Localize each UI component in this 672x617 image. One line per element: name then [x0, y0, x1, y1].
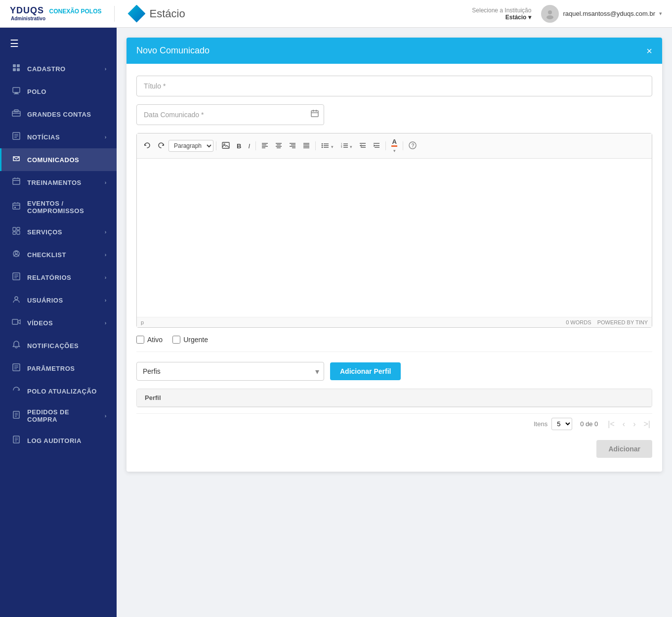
sidebar-item-grandes-contas[interactable]: GRANDES CONTAS [0, 103, 117, 126]
calendar-icon [310, 109, 319, 120]
sidebar-item-polo[interactable]: POLO [0, 80, 117, 103]
sidebar-item-notificacoes[interactable]: NOTIFICAÇÕES [0, 334, 117, 357]
chevron-down-icon: ▾ [528, 14, 531, 21]
sidebar-label-videos: VÍDEOS [27, 319, 99, 327]
svg-rect-7 [15, 92, 18, 93]
profiles-select[interactable]: Perfis [136, 362, 324, 381]
eventos-icon [11, 202, 21, 213]
svg-rect-25 [13, 227, 16, 231]
pedidos-compra-icon [11, 410, 21, 421]
checkbox-row: Ativo Urgente [136, 336, 652, 352]
date-input[interactable] [136, 104, 324, 125]
hamburger-button[interactable]: ☰ [0, 33, 117, 57]
justify-button[interactable] [300, 140, 313, 151]
arrow-icon: › [105, 274, 107, 280]
sidebar-item-noticias[interactable]: NOTÍCIAS › [0, 126, 117, 148]
unordered-list-button[interactable]: ▾ [318, 140, 336, 151]
sidebar-item-polo-atualizacao[interactable]: POLO ATUALIZAÇÃO [0, 380, 117, 402]
sidebar-item-log-auditoria[interactable]: LOG AUDITORIA [0, 429, 117, 452]
cadastro-icon [11, 63, 21, 74]
title-input[interactable] [136, 76, 652, 96]
outdent-button[interactable] [356, 140, 369, 151]
profiles-row: Perfis ▾ Adicionar Perfil [136, 362, 652, 381]
sidebar-label-parametros: PARÂMETROS [27, 365, 107, 372]
sidebar-item-videos[interactable]: VÍDEOS › [0, 311, 117, 334]
svg-rect-2 [13, 64, 16, 67]
toolbar-divider [385, 141, 386, 150]
sidebar-item-treinamentos[interactable]: TREINAMENTOS › [0, 171, 117, 194]
institution-selector[interactable]: Selecione a Instituição Estácio ▾ [472, 7, 531, 21]
pagination-first-button[interactable]: |< [606, 419, 617, 430]
topbar-left: YDUQS CONEXÃO POLOS Administrativo Estác… [10, 5, 185, 23]
insert-image-button[interactable] [219, 140, 233, 152]
align-center-button[interactable] [272, 140, 285, 151]
close-button[interactable]: × [646, 46, 652, 56]
ativo-checkbox-label[interactable]: Ativo [136, 336, 163, 344]
format-select[interactable]: Paragraph [168, 140, 213, 152]
sidebar-item-relatorios[interactable]: RELATÓRIOS › [0, 266, 117, 289]
bold-button[interactable]: B [234, 141, 244, 151]
sidebar-item-eventos[interactable]: EVENTOS / COMPROMISSOS [0, 194, 117, 220]
sidebar-item-comunicados[interactable]: COMUNICADOS [0, 148, 117, 171]
sidebar-label-polo: POLO [27, 88, 107, 95]
sidebar-label-checklist: CHECKLIST [27, 251, 99, 259]
sidebar-item-usuarios[interactable]: USUÁRIOS › [0, 289, 117, 311]
align-right-button[interactable] [286, 140, 299, 151]
sidebar-label-usuarios: USUÁRIOS [27, 297, 99, 304]
treinamentos-icon [11, 177, 21, 188]
polo-icon [11, 86, 21, 97]
logo-text: YDUQS CONEXÃO POLOS Administrativo [10, 6, 101, 21]
sidebar-item-checklist[interactable]: CHECKLIST › [0, 243, 117, 266]
align-left-button[interactable] [258, 140, 271, 151]
svg-rect-36 [12, 319, 18, 324]
noticias-icon [11, 132, 21, 142]
relatorios-icon [11, 272, 21, 283]
urgente-checkbox-label[interactable]: Urgente [172, 336, 208, 344]
add-profile-button[interactable]: Adicionar Perfil [330, 362, 401, 380]
rich-text-editor: Paragraph B I [136, 133, 652, 328]
svg-rect-10 [14, 110, 18, 112]
sidebar-item-pedidos-compra[interactable]: PEDIDOS DE COMPRA › [0, 402, 117, 429]
profiles-table: Perfil [136, 389, 652, 407]
sidebar-item-cadastro[interactable]: CADASTRO › [0, 57, 117, 80]
table-header-profile: Perfil [137, 389, 652, 406]
sidebar-label-log-auditoria: LOG AUDITORIA [27, 437, 107, 444]
pagination-prev-button[interactable]: ‹ [621, 419, 627, 430]
italic-button[interactable]: I [245, 141, 253, 151]
arrow-icon: › [105, 413, 107, 419]
ordered-list-button[interactable]: 1.2.3. ▾ [337, 140, 356, 151]
form-card: Novo Comunicado × [126, 38, 662, 472]
text-color-button[interactable]: A ▾ [388, 136, 400, 155]
sidebar-item-parametros[interactable]: PARÂMETROS [0, 357, 117, 380]
pagination-next-button[interactable]: › [631, 419, 637, 430]
editor-footer: p 0 WORDS POWERED BY TINY [137, 317, 652, 327]
comunicados-icon [11, 154, 21, 165]
sidebar-item-servicos[interactable]: SERVIÇOS › [0, 220, 117, 243]
redo-button[interactable] [155, 140, 168, 152]
topbar: YDUQS CONEXÃO POLOS Administrativo Estác… [0, 0, 672, 28]
servicos-icon [11, 226, 21, 237]
indent-button[interactable] [370, 140, 383, 151]
sidebar-label-treinamentos: TREINAMENTOS [27, 179, 99, 186]
svg-point-1 [546, 15, 553, 19]
avatar [541, 5, 559, 23]
date-row [136, 104, 652, 125]
editor-content-area[interactable] [137, 159, 652, 317]
sidebar-label-relatorios: RELATÓRIOS [27, 274, 99, 281]
checklist-icon [11, 249, 21, 260]
pagination-last-button[interactable]: >| [642, 419, 653, 430]
arrow-icon: › [105, 134, 107, 140]
items-per-page-select[interactable]: 5 [551, 418, 572, 430]
user-menu[interactable]: raquel.msantoss@yduqs.com.br ▾ [541, 5, 662, 23]
svg-rect-27 [17, 227, 20, 230]
urgente-checkbox[interactable] [172, 336, 180, 344]
adicionar-button[interactable]: Adicionar [596, 440, 652, 458]
sidebar-label-comunicados: COMUNICADOS [27, 156, 107, 164]
arrow-icon: › [105, 179, 107, 185]
topbar-divider [114, 6, 115, 22]
svg-rect-20 [13, 203, 20, 209]
ativo-checkbox[interactable] [136, 336, 144, 344]
sidebar-label-notificacoes: NOTIFICAÇÕES [27, 342, 107, 350]
help-button[interactable]: ? [406, 139, 420, 152]
undo-button[interactable] [141, 140, 154, 152]
